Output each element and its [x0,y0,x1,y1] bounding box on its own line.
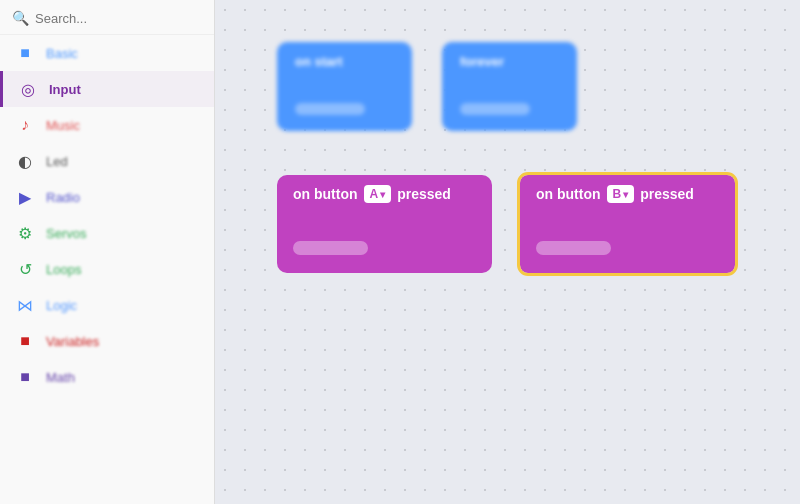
sidebar-item-music[interactable]: ♪Music [0,107,214,143]
sidebar-item-radio[interactable]: ▶Radio [0,179,214,215]
notch-shape [295,101,365,117]
svg-rect-0 [295,103,365,115]
search-icon: 🔍 [12,10,29,26]
blue-blocks-row: on start forever [277,42,577,131]
svg-rect-2 [293,241,368,255]
on-start-label: on start [295,54,343,69]
svg-rect-1 [460,103,530,115]
math-icon: ■ [14,366,36,388]
forever-block[interactable]: forever [442,42,577,131]
forever-label: forever [460,54,504,69]
servos-icon: ⚙ [14,222,36,244]
notch-shape-a [293,239,368,257]
notch-shape-b [536,239,611,257]
btn-a-dropdown[interactable]: A ▾ [364,185,392,203]
btn-a-suffix: pressed [397,186,451,202]
sidebar-item-input[interactable]: ◎Input [0,71,214,107]
sidebar-item-label-variables: Variables [46,334,99,349]
sidebar-item-loops[interactable]: ↺Loops [0,251,214,287]
btn-b-suffix: pressed [640,186,694,202]
sidebar: 🔍 ■Basic◎Input♪Music◐Led▶Radio⚙Servos↺Lo… [0,0,215,504]
logic-icon: ⋈ [14,294,36,316]
sidebar-item-logic[interactable]: ⋈Logic [0,287,214,323]
variables-icon: ■ [14,330,36,352]
sidebar-item-label-radio: Radio [46,190,80,205]
sidebar-item-variables[interactable]: ■Variables [0,323,214,359]
input-icon: ◎ [17,78,39,100]
on-start-block[interactable]: on start [277,42,412,131]
btn-a-prefix: on button [293,186,358,202]
sidebar-item-label-servos: Servos [46,226,86,241]
sidebar-item-label-led: Led [46,154,68,169]
notch-shape-2 [460,101,530,117]
sidebar-item-math[interactable]: ■Math [0,359,214,395]
button-b-block[interactable]: on button B ▾ pressed [520,175,735,273]
pink-blocks-row: on button A ▾ pressed on button B ▾ [277,175,735,273]
sidebar-item-label-input: Input [49,82,81,97]
basic-icon: ■ [14,42,36,64]
sidebar-item-label-math: Math [46,370,75,385]
sidebar-item-label-logic: Logic [46,298,77,313]
music-icon: ♪ [14,114,36,136]
sidebar-item-label-music: Music [46,118,80,133]
radio-icon: ▶ [14,186,36,208]
led-icon: ◐ [14,150,36,172]
sidebar-item-label-loops: Loops [46,262,81,277]
sidebar-items-list: ■Basic◎Input♪Music◐Led▶Radio⚙Servos↺Loop… [0,35,214,395]
search-bar[interactable]: 🔍 [0,0,214,35]
chevron-down-icon: ▾ [380,189,385,200]
sidebar-item-label-basic: Basic [46,46,78,61]
btn-b-prefix: on button [536,186,601,202]
sidebar-item-basic[interactable]: ■Basic [0,35,214,71]
search-input[interactable] [35,11,202,26]
sidebar-item-led[interactable]: ◐Led [0,143,214,179]
svg-rect-3 [536,241,611,255]
sidebar-item-servos[interactable]: ⚙Servos [0,215,214,251]
loops-icon: ↺ [14,258,36,280]
chevron-down-icon-b: ▾ [623,189,628,200]
button-a-block[interactable]: on button A ▾ pressed [277,175,492,273]
btn-b-dropdown[interactable]: B ▾ [607,185,635,203]
main-canvas: on start forever on button [215,0,800,504]
